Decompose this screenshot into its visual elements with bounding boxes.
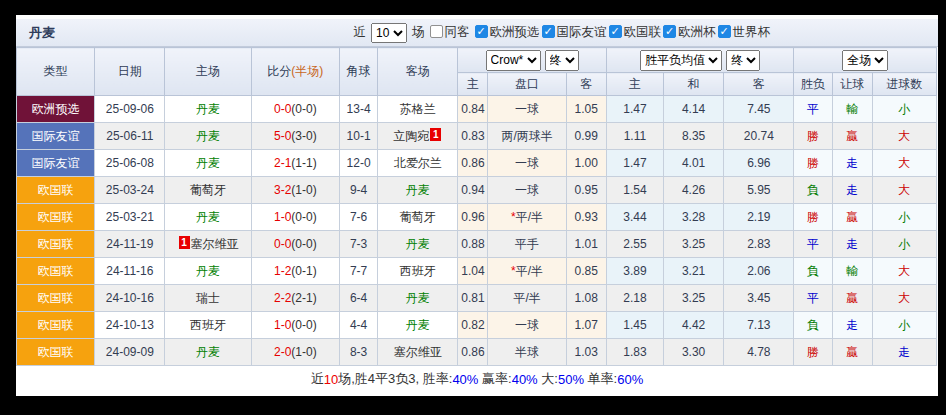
same-away-filter[interactable]: 同客 — [430, 24, 470, 41]
summary-segment: 10 — [324, 372, 338, 387]
team-name: 丹麦 — [406, 318, 430, 332]
avg-draw-cell: 3.21 — [664, 258, 724, 285]
avg-draw-cell: 3.30 — [664, 339, 724, 366]
home-cell: 西班牙 — [165, 312, 251, 339]
competition-filters: 欧洲预选国际友谊欧国联欧洲杯世界杯 — [473, 24, 771, 41]
odds-away-cell: 1.00 — [566, 150, 606, 177]
home-cell: 丹麦 — [165, 339, 251, 366]
result-cell: 負 — [794, 177, 832, 204]
avg-away-cell: 20.74 — [724, 123, 794, 150]
corner-cell: 9-4 — [340, 177, 378, 204]
home-cell: 瑞士 — [165, 285, 251, 312]
recent-count-select[interactable]: 10 — [371, 23, 407, 43]
team-name: 丹麦 — [196, 129, 220, 143]
table-row: 欧国联 25-03-24 葡萄牙 3-2(1-0) 9-4 丹麦 0.94 一球… — [17, 177, 937, 204]
same-away-label: 同客 — [445, 25, 470, 39]
score-cell: 2-2(2-1) — [251, 285, 339, 312]
odds-home-cell: 0.86 — [458, 339, 488, 366]
odds-home-cell: 0.96 — [458, 204, 488, 231]
checkbox-icon[interactable] — [542, 25, 555, 38]
score-cell: 1-0(0-0) — [251, 312, 339, 339]
score-ht: (0-0) — [291, 102, 316, 116]
result-cell: 平 — [794, 96, 832, 123]
date-cell: 24-11-16 — [95, 258, 165, 285]
table-row: 欧国联 24-11-16 丹麦 1-2(0-1) 7-7 西班牙 1.04 *平… — [17, 258, 937, 285]
corner-cell: 10-1 — [340, 123, 378, 150]
bookmaker-select[interactable]: Crow* — [486, 50, 541, 71]
date-cell: 25-03-24 — [95, 177, 165, 204]
competition-filter[interactable]: 欧洲预选 — [475, 25, 540, 39]
score-cell: 5-0(3-0) — [251, 123, 339, 150]
goals-cell: 小 — [872, 96, 936, 123]
team-name: 瑞士 — [196, 291, 220, 305]
col-header-type: 类型 — [17, 48, 95, 96]
col-header-corner: 角球 — [340, 48, 378, 96]
score-label: 比分 — [267, 64, 291, 78]
away-cell: 塞尔维亚 — [378, 339, 458, 366]
avg-home-cell: 2.18 — [606, 285, 663, 312]
checkbox-icon[interactable] — [718, 25, 731, 38]
competition-filter[interactable]: 世界杯 — [718, 25, 771, 39]
odds-home-cell: 0.83 — [458, 123, 488, 150]
date-cell: 24-09-09 — [95, 339, 165, 366]
avg-draw-cell: 3.28 — [664, 204, 724, 231]
summary-segment: 60% — [617, 372, 643, 387]
avg-stage-select[interactable]: 终 — [726, 50, 760, 71]
score-cell: 2-1(1-1) — [251, 150, 339, 177]
home-cell: 葡萄牙 — [165, 177, 251, 204]
avg-away-cell: 3.45 — [724, 285, 794, 312]
away-cell: 丹麦 — [378, 231, 458, 258]
avg-draw-cell: 3.25 — [664, 285, 724, 312]
goals-cell: 大 — [872, 123, 936, 150]
scope-select[interactable]: 全场 — [842, 50, 888, 71]
col-header-avg-draw: 和 — [664, 73, 724, 96]
avg-away-cell: 6.96 — [724, 150, 794, 177]
table-row: 欧国联 24-09-09 丹麦 2-0(1-0) 8-3 塞尔维亚 0.86 半… — [17, 339, 937, 366]
odds-away-cell: 1.03 — [566, 339, 606, 366]
away-cell: 丹麦 — [378, 177, 458, 204]
home-cell: 1塞尔维亚 — [165, 231, 251, 258]
away-cell: 葡萄牙 — [378, 204, 458, 231]
checkbox-icon[interactable] — [663, 25, 676, 38]
team-name: 葡萄牙 — [190, 183, 226, 197]
checkbox-icon[interactable] — [609, 25, 622, 38]
checkbox-icon[interactable] — [475, 25, 488, 38]
type-cell: 欧国联 — [17, 312, 95, 339]
type-cell: 欧国联 — [17, 339, 95, 366]
competition-filter[interactable]: 国际友谊 — [542, 25, 607, 39]
corner-cell: 7-3 — [340, 231, 378, 258]
col-header-goals: 进球数 — [872, 73, 936, 96]
goals-cell: 小 — [872, 312, 936, 339]
competition-filter[interactable]: 欧国联 — [609, 25, 662, 39]
score-cell: 1-0(0-0) — [251, 204, 339, 231]
avg-home-cell: 1.83 — [606, 339, 663, 366]
star-icon: * — [511, 210, 516, 224]
score-ht: (0-0) — [291, 210, 316, 224]
bookmaker-stage-select[interactable]: 终 — [545, 50, 579, 71]
home-cell: 丹麦 — [165, 123, 251, 150]
away-cell: 丹麦 — [378, 285, 458, 312]
score-cell: 1-2(0-1) — [251, 258, 339, 285]
avg-select[interactable]: 胜平负均值 — [640, 50, 722, 71]
type-cell: 欧国联 — [17, 204, 95, 231]
table-row: 欧国联 24-10-16 瑞士 2-2(2-1) 6-4 丹麦 0.81 平/半… — [17, 285, 937, 312]
score-ft: 1-0 — [274, 210, 291, 224]
away-cell: 立陶宛1 — [378, 123, 458, 150]
odds-away-cell: 0.93 — [566, 204, 606, 231]
corner-cell: 12-0 — [340, 150, 378, 177]
avg-select-group: 胜平负均值终 — [606, 48, 794, 73]
score-ht: (1-0) — [291, 345, 316, 359]
rank-badge: 1 — [430, 128, 441, 141]
summary-segment: 大: — [538, 370, 558, 388]
table-row: 国际友谊 25-06-11 丹麦 5-0(3-0) 10-1 立陶宛1 0.83… — [17, 123, 937, 150]
col-header-handicap-result: 让球 — [832, 73, 872, 96]
page-title: 丹麦 — [16, 24, 55, 42]
col-header-odds-away: 客 — [566, 73, 606, 96]
team-name: 立陶宛 — [393, 129, 429, 143]
competition-filter[interactable]: 欧洲杯 — [663, 25, 716, 39]
star-icon: * — [511, 264, 516, 278]
handicap-result-cell: 走 — [832, 177, 872, 204]
checkbox-icon[interactable] — [430, 25, 443, 38]
rank-badge: 1 — [179, 236, 190, 249]
result-cell: 負 — [794, 258, 832, 285]
